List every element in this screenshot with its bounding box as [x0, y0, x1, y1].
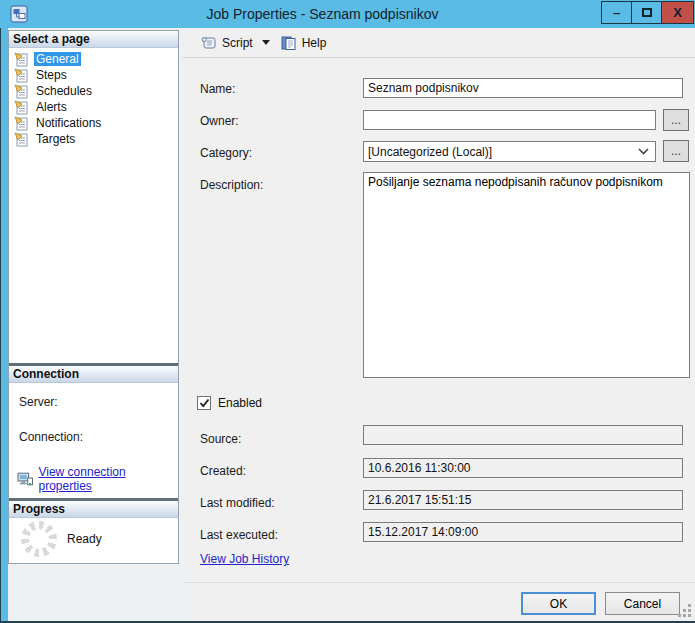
page-icon: [14, 132, 30, 147]
window-left-edge: [0, 28, 8, 621]
created-label: Created:: [200, 464, 246, 478]
owner-input[interactable]: [363, 110, 656, 130]
cancel-button[interactable]: Cancel: [605, 592, 680, 615]
script-icon: [200, 35, 217, 51]
category-label: Category:: [200, 146, 252, 160]
page-icon: [14, 68, 30, 83]
sidebar-item-targets[interactable]: Targets: [9, 131, 178, 147]
source-field: [363, 425, 683, 445]
sidebar-item-steps[interactable]: Steps: [9, 67, 178, 83]
category-browse-button[interactable]: ...: [663, 140, 689, 162]
sidebar-item-general[interactable]: General: [9, 51, 178, 67]
minimize-icon: –: [613, 5, 620, 20]
job-properties-dialog: Job Properties - Seznam podpisnikov – X …: [0, 0, 695, 623]
sidebar-item-label: Notifications: [34, 116, 103, 130]
sidebar-item-notifications[interactable]: Notifications: [9, 115, 178, 131]
checkmark-icon: [199, 398, 210, 408]
main-panel: Script Help Name: Owner: ... Category: […: [183, 28, 695, 621]
enabled-row: Enabled: [197, 396, 262, 410]
enabled-label: Enabled: [218, 396, 262, 410]
owner-browse-button[interactable]: ...: [663, 109, 689, 131]
connection-properties-icon: [17, 471, 33, 487]
script-dropdown-arrow-icon: [262, 40, 270, 45]
view-job-history-link[interactable]: View Job History: [200, 552, 289, 566]
window-controls: – X: [602, 1, 694, 24]
last-modified-field: [363, 490, 683, 510]
progress-spinner-icon: [21, 521, 57, 557]
maximize-icon: [642, 8, 652, 17]
footer-divider: [183, 582, 695, 583]
enabled-checkbox[interactable]: [197, 396, 211, 410]
description-textarea[interactable]: Pošiljanje seznama nepodpisanih računov …: [363, 172, 690, 378]
page-list: General Steps Schedules: [9, 51, 178, 147]
name-label: Name:: [200, 82, 235, 96]
name-input[interactable]: [363, 78, 683, 98]
select-page-header: Select a page: [9, 31, 178, 48]
page-icon: [14, 84, 30, 99]
close-icon: X: [673, 5, 682, 20]
sidebar-item-alerts[interactable]: Alerts: [9, 99, 178, 115]
sidebar-item-label: Targets: [34, 132, 77, 146]
maximize-button[interactable]: [631, 1, 662, 24]
sidebar-item-label: Schedules: [34, 84, 94, 98]
sidebar-item-label: Steps: [34, 68, 69, 82]
toolbar: Script Help: [183, 28, 695, 58]
script-label: Script: [222, 36, 253, 50]
description-label: Description:: [200, 178, 263, 192]
sidebar-item-label: General: [34, 52, 81, 66]
progress-status: Ready: [67, 532, 102, 546]
server-label: Server:: [19, 395, 58, 409]
app-window-icon: [10, 5, 28, 23]
close-button[interactable]: X: [661, 1, 694, 24]
category-selected-value: [Uncategorized (Local)]: [368, 145, 492, 159]
connection-properties-row: View connection properties: [17, 465, 178, 493]
title-bar[interactable]: Job Properties - Seznam podpisnikov – X: [0, 0, 695, 28]
connection-header: Connection: [9, 366, 178, 383]
help-icon: [280, 35, 297, 51]
page-icon: [14, 116, 30, 131]
help-label: Help: [302, 36, 327, 50]
resize-grip[interactable]: [678, 604, 692, 618]
last-executed-field: [363, 522, 683, 542]
ok-button[interactable]: OK: [521, 592, 596, 615]
script-button[interactable]: Script: [195, 32, 275, 54]
window-title: Job Properties - Seznam podpisnikov: [60, 6, 585, 22]
help-button[interactable]: Help: [275, 32, 332, 54]
last-modified-label: Last modified:: [200, 496, 275, 510]
sidebar-item-schedules[interactable]: Schedules: [9, 83, 178, 99]
page-icon: [14, 52, 30, 67]
category-dropdown[interactable]: [Uncategorized (Local)]: [363, 141, 656, 162]
created-field: [363, 458, 683, 478]
sidebar: Select a page General Steps: [8, 30, 179, 564]
view-connection-properties-link[interactable]: View connection properties: [38, 465, 178, 493]
owner-label: Owner:: [200, 114, 239, 128]
connection-label: Connection:: [19, 430, 83, 444]
page-icon: [14, 100, 30, 115]
source-label: Source:: [200, 432, 241, 446]
minimize-button[interactable]: –: [601, 1, 632, 24]
sidebar-item-label: Alerts: [34, 100, 69, 114]
last-executed-label: Last executed:: [200, 528, 278, 542]
progress-header: Progress: [9, 501, 178, 518]
chevron-down-icon: [638, 148, 649, 155]
